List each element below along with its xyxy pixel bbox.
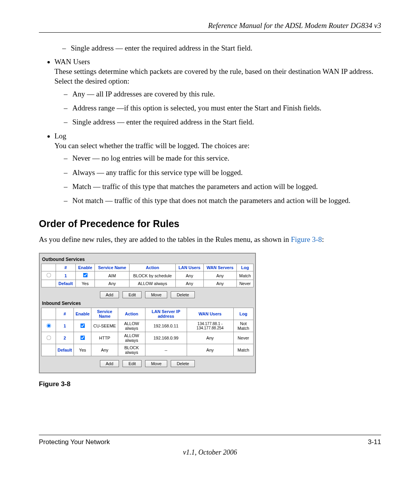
edit-button[interactable]: Edit — [122, 360, 142, 367]
col-header: # — [56, 264, 76, 271]
cell-log: Never — [233, 332, 253, 344]
log-description: You can select whether the traffic will … — [54, 141, 381, 151]
wan-item: Single address — enter the required addr… — [64, 117, 381, 127]
section-paragraph: As you define new rules, they are added … — [39, 235, 381, 245]
col-header: Action — [118, 308, 145, 320]
col-header: Service Name — [95, 264, 130, 271]
log-item: Match — traffic of this type that matche… — [64, 182, 381, 191]
log-item: Never — no log entries will be made for … — [64, 154, 381, 163]
log-item: Not match — traffic of this type that do… — [64, 196, 381, 205]
table-header-row: # Enable Service Name Action LAN Users W… — [42, 264, 254, 271]
table-header-row: # Enable Service Name Action LAN Server … — [42, 308, 254, 320]
row-select-radio[interactable] — [46, 323, 51, 328]
col-header: Service Name — [91, 308, 118, 320]
cell-service: AIM — [95, 271, 130, 280]
delete-button[interactable]: Delete — [171, 291, 195, 298]
delete-button[interactable]: Delete — [171, 360, 195, 367]
enable-checkbox[interactable] — [80, 323, 85, 328]
cell-log: Not Match — [233, 320, 253, 332]
cell-num: Default — [56, 344, 74, 356]
col-header: Log — [233, 308, 253, 320]
cell-num: Default — [56, 280, 76, 287]
cell-action: BLOCK always — [118, 344, 145, 356]
section-para-text: As you define new rules, they are added … — [39, 235, 291, 243]
wan-item: Address range —if this option is selecte… — [64, 103, 381, 113]
cell-lan: Any — [175, 271, 203, 280]
cell-wan: Any — [187, 344, 233, 356]
cell-service: HTTP — [91, 332, 118, 344]
cell-wan: Any — [187, 332, 233, 344]
cell-enable: Yes — [75, 280, 94, 287]
table-row: Default Yes Any ALLOW always Any Any Nev… — [42, 280, 254, 287]
figure-reference-link[interactable]: Figure 3-8 — [291, 235, 322, 243]
cell-lan: 192.168.0.99 — [145, 332, 187, 344]
table-row: Default Yes Any BLOCK always -- Any Matc… — [42, 344, 254, 356]
add-button[interactable]: Add — [100, 360, 119, 367]
cell-log: Match — [237, 271, 254, 280]
intro-single-address: Single address — enter the required addr… — [62, 44, 381, 53]
cell-log: Match — [233, 344, 253, 356]
cell-service: Any — [95, 280, 130, 287]
log-item: Always — any traffic for this service ty… — [64, 168, 381, 177]
page-header: Reference Manual for the ADSL Modem Rout… — [39, 21, 381, 33]
section-heading: Order of Precedence for Rules — [39, 218, 381, 229]
cell-action: ALLOW always — [130, 280, 176, 287]
footer-page-number: 3-11 — [368, 438, 381, 446]
footer-version: v1.1, October 2006 — [39, 448, 381, 457]
col-header: # — [56, 308, 74, 320]
inbound-title: Inbound Services — [41, 300, 254, 308]
wan-description: These settings determine which packets a… — [54, 67, 381, 86]
move-button[interactable]: Move — [145, 291, 167, 298]
wan-item: Any — all IP addresses are covered by th… — [64, 89, 381, 99]
table-row: 1 CU-SEEME ALLOW always 192.168.0.11 134… — [42, 320, 254, 332]
cell-action: ALLOW always — [118, 320, 145, 332]
cell-num: 1 — [56, 271, 76, 280]
enable-checkbox[interactable] — [80, 335, 85, 340]
figure-caption: Figure 3-8 — [39, 380, 381, 388]
footer-left: Protecting Your Network — [39, 438, 110, 446]
outbound-table: # Enable Service Name Action LAN Users W… — [41, 264, 254, 287]
outbound-title: Outbound Services — [41, 256, 254, 264]
table-row: 2 HTTP ALLOW always 192.168.0.99 Any Nev… — [42, 332, 254, 344]
cell-num: 2 — [56, 332, 74, 344]
col-header: WAN Servers — [203, 264, 237, 271]
add-button[interactable]: Add — [100, 291, 119, 298]
rules-screenshot: Outbound Services # Enable Service Name … — [39, 253, 256, 373]
cell-lan: 192.168.0.11 — [145, 320, 187, 332]
cell-lan: -- — [145, 344, 187, 356]
col-header: Enable — [74, 308, 91, 320]
cell-log: Never — [237, 280, 254, 287]
cell-wan: Any — [203, 280, 237, 287]
log-title: Log — [54, 132, 66, 140]
section-para-tail: : — [322, 235, 324, 243]
col-header: LAN Server IP address — [145, 308, 187, 320]
inbound-table: # Enable Service Name Action LAN Server … — [41, 308, 254, 356]
col-header: Enable — [75, 264, 94, 271]
cell-num: 1 — [56, 320, 74, 332]
cell-enable: Yes — [74, 344, 91, 356]
cell-wan: 134.177.88.1 - 134.177.88.254 — [187, 320, 233, 332]
cell-action: ALLOW always — [118, 332, 145, 344]
col-header: Action — [130, 264, 176, 271]
table-row: 1 AIM BLOCK by schedule Any Any Match — [42, 271, 254, 280]
cell-wan: Any — [203, 271, 237, 280]
cell-service: CU-SEEME — [91, 320, 118, 332]
bullet-log: Log You can select whether the traffic w… — [54, 132, 381, 206]
cell-lan: Any — [175, 280, 203, 287]
col-header: WAN Users — [187, 308, 233, 320]
bullet-wan-users: WAN Users These settings determine which… — [54, 58, 381, 127]
col-header: LAN Users — [175, 264, 203, 271]
cell-service: Any — [91, 344, 118, 356]
edit-button[interactable]: Edit — [122, 291, 142, 298]
col-header: Log — [237, 264, 254, 271]
row-select-radio[interactable] — [46, 335, 51, 340]
enable-checkbox[interactable] — [83, 273, 88, 278]
move-button[interactable]: Move — [145, 360, 167, 367]
cell-action: BLOCK by schedule — [130, 271, 176, 280]
wan-title: WAN Users — [54, 58, 90, 66]
row-select-radio[interactable] — [46, 273, 51, 278]
